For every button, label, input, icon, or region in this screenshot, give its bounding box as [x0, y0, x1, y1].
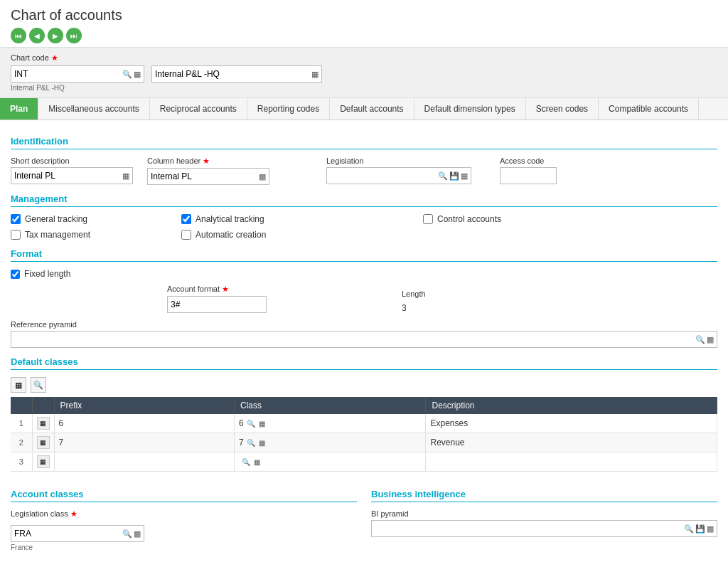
account-classes-title: Account classes: [11, 489, 357, 502]
legislation-class-input[interactable]: [14, 529, 121, 539]
tab-default-accounts[interactable]: Default accounts: [330, 98, 414, 120]
class-lookup-3[interactable]: ▦: [253, 458, 261, 466]
length-group: Length 3: [402, 290, 426, 313]
section-toolbar: ▦ 🔍: [11, 377, 717, 393]
format-row: Account format ★ Length 3: [11, 285, 717, 313]
cell-class-3: 🔍 ▦: [235, 452, 426, 472]
bi-search-icon[interactable]: 🔍: [684, 524, 694, 534]
bi-pyramid-label: BI pyramid: [371, 509, 717, 518]
description-lookup-icon[interactable]: ▦: [311, 70, 318, 79]
column-header-group: Column header ★ ▦: [147, 157, 269, 185]
nav-controls: ⏮ ◀ ▶ ⏭: [11, 28, 717, 43]
row-edit-btn-2[interactable]: ▦: [37, 436, 50, 449]
cell-desc-1: Expenses: [426, 414, 717, 433]
last-button[interactable]: ⏭: [66, 28, 82, 43]
bi-lookup-icon[interactable]: ▦: [707, 524, 714, 534]
length-value: 3: [402, 300, 426, 313]
fixed-length-checkbox[interactable]: [11, 270, 20, 279]
col-header-lookup-icon[interactable]: ▦: [259, 172, 266, 181]
grid-view-button[interactable]: ▦: [11, 377, 26, 393]
access-code-label: Access code: [500, 157, 557, 165]
chart-code-label: Chart code ★: [11, 53, 717, 63]
chart-code-row: 🔍 ▦ ▦: [11, 65, 717, 83]
management-section-title: Management: [11, 194, 717, 207]
legislation-class-hint: France: [11, 544, 357, 551]
column-header-input[interactable]: [151, 171, 257, 181]
short-description-input[interactable]: [14, 171, 121, 181]
general-tracking-checkbox[interactable]: [11, 214, 21, 224]
legislation-input[interactable]: [330, 171, 437, 181]
next-button[interactable]: ▶: [48, 28, 63, 43]
legislation-class-group: Legislation class ★ 🔍 ▦ France: [11, 509, 357, 551]
ref-pyramid-lookup-icon[interactable]: ▦: [707, 335, 714, 344]
tab-plan[interactable]: Plan: [0, 98, 38, 120]
bi-pyramid-input[interactable]: [375, 524, 682, 534]
tabs-bar: Plan Miscellaneous accounts Reciprocal a…: [0, 98, 728, 120]
cell-class-2: 7 🔍 ▦: [235, 433, 426, 452]
row-edit-btn-1[interactable]: ▦: [37, 417, 50, 430]
chart-description-input[interactable]: [155, 69, 310, 79]
col-num: [11, 397, 32, 414]
automatic-creation-checkbox[interactable]: [181, 230, 191, 240]
lookup-icon[interactable]: ▦: [134, 70, 141, 79]
legislation-class-label: Legislation class ★: [11, 509, 357, 519]
class-lookup-1[interactable]: ▦: [258, 420, 266, 428]
row-edit-btn-3[interactable]: ▦: [37, 455, 50, 468]
legislation-label: Legislation: [326, 157, 471, 165]
prev-button[interactable]: ◀: [29, 28, 45, 43]
reference-pyramid-input[interactable]: [14, 334, 694, 344]
ref-pyramid-search-icon[interactable]: 🔍: [695, 335, 705, 344]
reference-pyramid-label: Reference pyramid: [11, 320, 717, 329]
legislation-save-icon[interactable]: 💾: [449, 171, 459, 181]
general-tracking-item: General tracking: [11, 214, 139, 224]
table-row: 1 ▦ 6 6 🔍 ▦ Expenses: [11, 414, 717, 433]
legislation-class-row: 🔍 ▦: [11, 525, 357, 542]
account-format-input[interactable]: [167, 296, 267, 313]
legislation-lookup-icon[interactable]: ▦: [461, 171, 468, 181]
row-num-1: 1: [11, 414, 32, 433]
access-code-input[interactable]: [500, 167, 557, 184]
class-search-1[interactable]: 🔍: [246, 420, 256, 428]
class-search-2[interactable]: 🔍: [246, 439, 256, 447]
bi-pyramid-input-wrapper: 🔍 💾 ▦: [371, 520, 717, 537]
short-desc-lookup-icon[interactable]: ▦: [122, 171, 129, 181]
legislation-group: Legislation 🔍 💾 ▦: [326, 157, 471, 185]
tab-screen-codes[interactable]: Screen codes: [526, 98, 599, 120]
access-code-group: Access code: [500, 157, 557, 185]
tax-management-label: Tax management: [25, 230, 90, 240]
col-class: Class: [235, 397, 426, 414]
tab-compatible-accounts[interactable]: Compatible accounts: [599, 98, 699, 120]
search-classes-button[interactable]: 🔍: [31, 377, 46, 393]
cell-prefix-1: 6: [54, 414, 235, 433]
cell-desc-3: [426, 452, 717, 472]
class-search-3[interactable]: 🔍: [241, 458, 251, 466]
col-description: Description: [426, 397, 717, 414]
leg-class-search-icon[interactable]: 🔍: [122, 529, 132, 539]
analytical-tracking-label: Analytical tracking: [196, 214, 264, 224]
default-classes-section: Default classes ▦ 🔍 Prefix Class Descrip…: [11, 356, 717, 472]
control-accounts-checkbox[interactable]: [423, 214, 433, 224]
chart-code-input[interactable]: [14, 69, 121, 79]
fixed-length-label: Fixed length: [24, 269, 70, 279]
leg-class-lookup-icon[interactable]: ▦: [134, 529, 141, 539]
search-icon[interactable]: 🔍: [122, 70, 132, 79]
required-star: ★: [51, 53, 58, 62]
tax-management-checkbox[interactable]: [11, 230, 21, 240]
tab-default-dimension[interactable]: Default dimension types: [414, 98, 526, 120]
tab-reporting-codes[interactable]: Reporting codes: [247, 98, 330, 120]
bi-save-icon[interactable]: 💾: [695, 524, 705, 534]
col-prefix: Prefix: [54, 397, 235, 414]
tab-reciprocal[interactable]: Reciprocal accounts: [150, 98, 247, 120]
legislation-class-input-wrapper: 🔍 ▦: [11, 525, 144, 542]
class-lookup-2[interactable]: ▦: [258, 439, 266, 447]
analytical-tracking-checkbox[interactable]: [181, 214, 191, 224]
page-header: Chart of accounts ⏮ ◀ ▶ ⏭: [0, 0, 728, 47]
legislation-search-icon[interactable]: 🔍: [438, 171, 448, 181]
automatic-creation-label: Automatic creation: [196, 230, 266, 240]
short-description-label: Short description: [11, 157, 133, 165]
tab-miscellaneous[interactable]: Miscellaneous accounts: [38, 98, 149, 120]
legislation-input-wrapper: 🔍 💾 ▦: [326, 167, 471, 184]
bi-section-title: Business intelligence: [371, 489, 717, 502]
management-row-2: Tax management Automatic creation: [11, 230, 717, 240]
first-button[interactable]: ⏮: [11, 28, 26, 43]
